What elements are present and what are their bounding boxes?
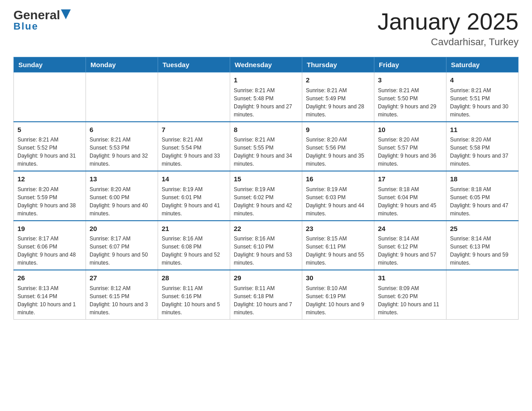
calendar-col-header: Thursday <box>302 57 374 73</box>
calendar-day-cell: 20Sunrise: 8:17 AMSunset: 6:07 PMDayligh… <box>86 221 158 270</box>
day-info-line: Sunset: 5:51 PM <box>450 94 515 103</box>
calendar-header-row: SundayMondayTuesdayWednesdayThursdayFrid… <box>14 57 519 73</box>
day-info-line: Daylight: 9 hours and 27 minutes. <box>234 103 298 119</box>
day-info-line: Sunrise: 8:16 AM <box>162 235 226 243</box>
day-number: 16 <box>306 174 370 184</box>
day-info-line: Sunset: 6:07 PM <box>90 243 154 251</box>
calendar-day-cell: 23Sunrise: 8:15 AMSunset: 6:11 PMDayligh… <box>302 221 374 270</box>
calendar-day-cell: 9Sunrise: 8:20 AMSunset: 5:56 PMDaylight… <box>302 122 374 171</box>
day-info-line: Sunrise: 8:21 AM <box>378 86 442 94</box>
day-number: 5 <box>17 125 82 135</box>
day-info-line: Daylight: 9 hours and 32 minutes. <box>90 152 154 168</box>
calendar-day-cell: 29Sunrise: 8:11 AMSunset: 6:18 PMDayligh… <box>230 270 302 319</box>
day-number: 1 <box>234 75 298 86</box>
day-info-line: Daylight: 9 hours and 36 minutes. <box>378 152 442 168</box>
day-info-line: Sunrise: 8:14 AM <box>450 235 515 243</box>
day-number: 24 <box>378 224 442 234</box>
day-number: 19 <box>17 224 82 234</box>
day-info-line: Sunrise: 8:19 AM <box>162 185 226 193</box>
day-info-line: Sunset: 6:14 PM <box>17 292 82 300</box>
calendar-week-row: 19Sunrise: 8:17 AMSunset: 6:06 PMDayligh… <box>14 221 519 270</box>
day-number: 4 <box>450 75 515 86</box>
calendar-week-row: 1Sunrise: 8:21 AMSunset: 5:48 PMDaylight… <box>14 73 519 122</box>
day-info-line: Daylight: 10 hours and 9 minutes. <box>306 300 370 317</box>
day-info-line: Sunset: 6:01 PM <box>162 193 226 201</box>
day-info-line: Sunset: 6:18 PM <box>234 292 298 300</box>
day-info-line: Daylight: 9 hours and 45 minutes. <box>378 201 442 218</box>
calendar-day-cell <box>158 73 230 122</box>
logo: General Blue <box>13 9 71 32</box>
day-info-line: Sunset: 5:59 PM <box>17 193 82 201</box>
day-info-line: Daylight: 9 hours and 40 minutes. <box>90 201 154 218</box>
day-info-line: Sunrise: 8:20 AM <box>378 136 442 144</box>
day-info-line: Daylight: 9 hours and 37 minutes. <box>450 152 515 168</box>
day-info-line: Sunrise: 8:11 AM <box>234 284 298 292</box>
logo-triangle-icon <box>61 9 71 19</box>
calendar-col-header: Saturday <box>446 57 519 73</box>
day-info-line: Sunrise: 8:21 AM <box>450 86 515 94</box>
svg-marker-0 <box>61 9 71 19</box>
day-info-line: Daylight: 10 hours and 3 minutes. <box>90 300 154 317</box>
day-info-line: Daylight: 9 hours and 41 minutes. <box>162 201 226 218</box>
calendar-day-cell: 6Sunrise: 8:21 AMSunset: 5:53 PMDaylight… <box>86 122 158 171</box>
day-info-line: Sunrise: 8:12 AM <box>90 284 154 292</box>
day-info-line: Daylight: 9 hours and 59 minutes. <box>450 251 515 267</box>
day-number: 27 <box>90 273 154 283</box>
day-number: 3 <box>378 75 442 86</box>
calendar-day-cell: 24Sunrise: 8:14 AMSunset: 6:12 PMDayligh… <box>374 221 446 270</box>
day-number: 28 <box>162 273 226 283</box>
day-info-line: Daylight: 9 hours and 31 minutes. <box>17 152 82 168</box>
day-info-line: Sunrise: 8:20 AM <box>90 185 154 193</box>
calendar-day-cell: 16Sunrise: 8:19 AMSunset: 6:03 PMDayligh… <box>302 171 374 221</box>
calendar-col-header: Friday <box>374 57 446 73</box>
day-info-line: Daylight: 9 hours and 47 minutes. <box>450 201 515 218</box>
day-info-line: Sunset: 5:58 PM <box>450 144 515 152</box>
day-info-line: Sunset: 6:19 PM <box>306 292 370 300</box>
day-info-line: Daylight: 9 hours and 48 minutes. <box>17 251 82 267</box>
day-number: 18 <box>450 174 515 184</box>
calendar-day-cell <box>14 73 86 122</box>
day-number: 13 <box>90 174 154 184</box>
day-number: 23 <box>306 224 370 234</box>
day-info-line: Sunset: 5:49 PM <box>306 94 370 103</box>
day-info-line: Sunset: 5:55 PM <box>234 144 298 152</box>
day-info-line: Sunset: 6:06 PM <box>17 243 82 251</box>
day-info-line: Sunrise: 8:15 AM <box>306 235 370 243</box>
day-info-line: Sunset: 6:03 PM <box>306 193 370 201</box>
calendar-col-header: Tuesday <box>158 57 230 73</box>
logo-blue-text: Blue <box>13 21 39 32</box>
day-info-line: Sunset: 5:50 PM <box>378 94 442 103</box>
day-info-line: Sunrise: 8:18 AM <box>450 185 515 193</box>
calendar-day-cell: 15Sunrise: 8:19 AMSunset: 6:02 PMDayligh… <box>230 171 302 221</box>
day-info-line: Sunset: 6:00 PM <box>90 193 154 201</box>
day-info-line: Sunset: 6:11 PM <box>306 243 370 251</box>
day-info-line: Sunrise: 8:18 AM <box>378 185 442 193</box>
calendar-day-cell: 3Sunrise: 8:21 AMSunset: 5:50 PMDaylight… <box>374 73 446 122</box>
calendar-day-cell: 14Sunrise: 8:19 AMSunset: 6:01 PMDayligh… <box>158 171 230 221</box>
day-info-line: Sunset: 5:56 PM <box>306 144 370 152</box>
day-info-line: Sunset: 6:02 PM <box>234 193 298 201</box>
calendar-day-cell: 26Sunrise: 8:13 AMSunset: 6:14 PMDayligh… <box>14 270 86 319</box>
day-info-line: Sunrise: 8:21 AM <box>17 136 82 144</box>
day-info-line: Daylight: 10 hours and 1 minute. <box>17 300 82 317</box>
day-info-line: Sunset: 5:53 PM <box>90 144 154 152</box>
calendar-day-cell: 12Sunrise: 8:20 AMSunset: 5:59 PMDayligh… <box>14 171 86 221</box>
day-info-line: Sunrise: 8:14 AM <box>378 235 442 243</box>
day-number: 12 <box>17 174 82 184</box>
day-info-line: Sunset: 6:04 PM <box>378 193 442 201</box>
day-info-line: Sunset: 6:08 PM <box>162 243 226 251</box>
day-info-line: Daylight: 9 hours and 55 minutes. <box>306 251 370 267</box>
calendar-day-cell: 2Sunrise: 8:21 AMSunset: 5:49 PMDaylight… <box>302 73 374 122</box>
day-number: 17 <box>378 174 442 184</box>
day-info-line: Sunrise: 8:21 AM <box>234 136 298 144</box>
day-info-line: Sunrise: 8:09 AM <box>378 284 442 292</box>
calendar-day-cell: 11Sunrise: 8:20 AMSunset: 5:58 PMDayligh… <box>446 122 519 171</box>
day-info-line: Daylight: 9 hours and 42 minutes. <box>234 201 298 218</box>
day-info-line: Daylight: 9 hours and 29 minutes. <box>378 103 442 119</box>
day-info-line: Sunrise: 8:10 AM <box>306 284 370 292</box>
day-info-line: Sunset: 5:48 PM <box>234 94 298 103</box>
page-title: January 2025 <box>378 9 519 34</box>
day-number: 22 <box>234 224 298 234</box>
day-number: 21 <box>162 224 226 234</box>
day-info-line: Daylight: 10 hours and 7 minutes. <box>234 300 298 317</box>
